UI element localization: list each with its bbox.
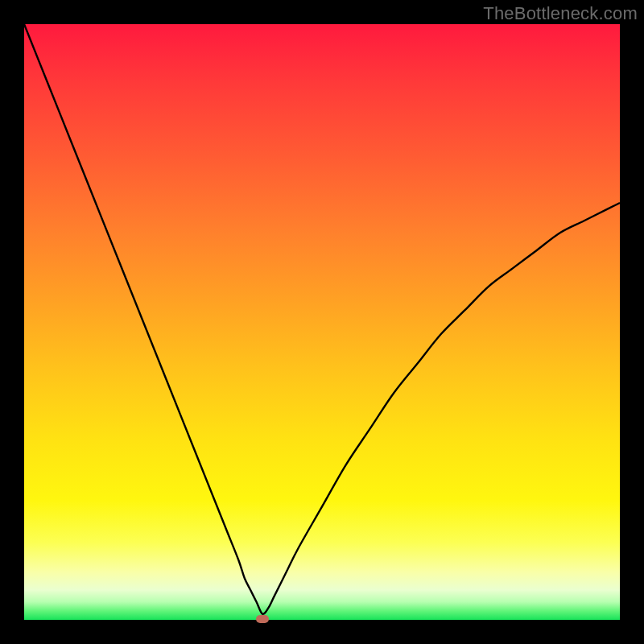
watermark-text: TheBottleneck.com [483, 3, 638, 24]
plot-area [24, 24, 620, 620]
chart-frame: TheBottleneck.com [0, 0, 644, 644]
bottleneck-curve [24, 24, 620, 620]
optimal-point-marker [256, 615, 269, 623]
